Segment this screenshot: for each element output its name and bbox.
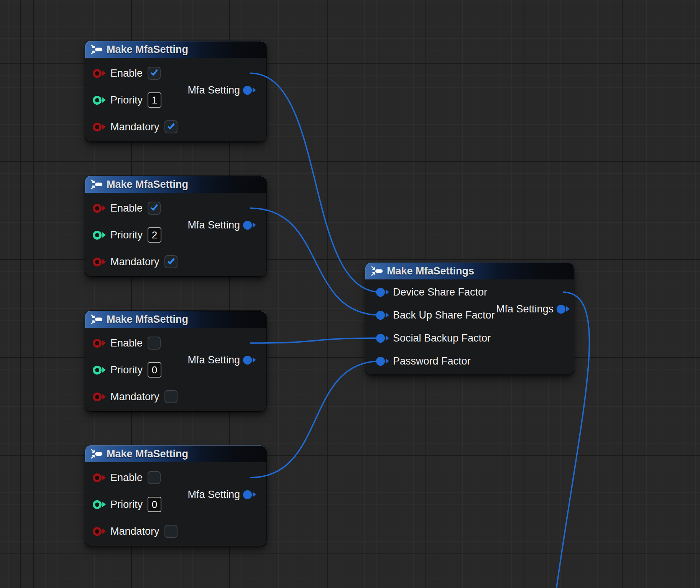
- wire-mfasetting-2-to-back-up-share-factor[interactable]: [250, 208, 381, 315]
- pin-label: Enable: [110, 337, 143, 349]
- wire-mfasetting-1-to-device-share-factor[interactable]: [250, 73, 381, 292]
- output-row: Mfa Setting: [187, 77, 256, 103]
- wire-mfasetting-4-to-password-factor[interactable]: [250, 361, 381, 478]
- node-header[interactable]: Make MfaSetting: [85, 41, 266, 58]
- pin-label: Mandatory: [110, 121, 159, 133]
- priority-value-input[interactable]: 2: [148, 227, 161, 243]
- priority-pin[interactable]: [93, 500, 106, 509]
- pin-label: Device Share Factor: [393, 286, 487, 298]
- output-row: Mfa Setting: [187, 347, 256, 373]
- priority-value-input[interactable]: 1: [148, 92, 161, 108]
- graph-canvas[interactable]: Make MfaSetting Enable Priority 1 Mandat…: [0, 0, 700, 588]
- mfa-setting-output-pin[interactable]: [243, 490, 256, 499]
- back-up-share-factor-pin[interactable]: [376, 311, 389, 320]
- node-title: Make MfaSetting: [107, 314, 188, 325]
- node-title: Make MfaSettings: [387, 265, 474, 277]
- mandatory-checkbox[interactable]: [164, 525, 177, 538]
- output-row: Mfa Settings: [496, 296, 570, 322]
- pin-arrow-icon: [253, 222, 256, 228]
- pin-arrow-icon: [102, 97, 106, 103]
- mandatory-pin[interactable]: [93, 527, 106, 536]
- priority-pin[interactable]: [93, 366, 106, 374]
- pin-label: Password Factor: [393, 355, 471, 367]
- mandatory-pin[interactable]: [93, 258, 106, 266]
- priority-pin[interactable]: [93, 96, 106, 105]
- pin-arrow-icon: [386, 335, 389, 341]
- pin-arrow-icon: [386, 289, 389, 295]
- pin-label: Mfa Setting: [187, 219, 240, 231]
- pin-arrow-icon: [102, 475, 106, 480]
- password-factor-pin[interactable]: [376, 357, 389, 366]
- check-icon: [167, 256, 175, 264]
- priority-pin[interactable]: [93, 231, 106, 240]
- enable-pin[interactable]: [93, 204, 106, 213]
- pin-label: Priority: [110, 364, 143, 376]
- node-header[interactable]: Make MfaSetting: [85, 176, 266, 193]
- check-icon: [167, 122, 175, 130]
- node-make-mfasetting-1[interactable]: Make MfaSetting Enable Priority 1 Mandat…: [85, 41, 266, 141]
- mandatory-checkbox[interactable]: [164, 390, 177, 403]
- node-make-mfasetting-3[interactable]: Make MfaSetting Enable Priority 0 Mandat…: [85, 311, 266, 411]
- pin-label: Mfa Setting: [187, 354, 240, 366]
- input-row: Mandatory: [85, 113, 266, 140]
- mandatory-checkbox[interactable]: [164, 120, 177, 133]
- pin-label: Mandatory: [110, 256, 159, 268]
- pin-arrow-icon: [102, 367, 106, 373]
- pin-arrow-icon: [102, 259, 106, 264]
- node-header[interactable]: Make MfaSetting: [85, 445, 266, 462]
- node-header[interactable]: Make MfaSettings: [365, 263, 574, 279]
- node-title: Make MfaSetting: [107, 44, 188, 56]
- mfa-setting-output-pin[interactable]: [243, 221, 256, 230]
- pin-arrow-icon: [566, 306, 570, 312]
- mfa-setting-output-pin[interactable]: [243, 86, 256, 95]
- pin-arrow-icon: [102, 529, 106, 534]
- node-make-mfasettings[interactable]: Make MfaSettings Device Share Factor Bac…: [365, 263, 574, 374]
- input-row: Mandatory: [85, 248, 266, 275]
- pin-arrow-icon: [102, 394, 106, 399]
- pin-arrow-icon: [102, 205, 106, 211]
- pin-label: Social Backup Factor: [393, 332, 491, 344]
- pin-arrow-icon: [102, 71, 106, 76]
- pin-arrow-icon: [386, 312, 389, 318]
- pin-label: Priority: [110, 94, 143, 106]
- enable-pin[interactable]: [93, 339, 106, 348]
- make-struct-icon: [90, 44, 103, 54]
- pin-label: Mfa Setting: [187, 84, 240, 96]
- enable-pin[interactable]: [93, 69, 106, 78]
- pin-label: Mandatory: [110, 526, 159, 537]
- node-make-mfasetting-2[interactable]: Make MfaSetting Enable Priority 2 Mandat…: [85, 176, 266, 276]
- mandatory-pin[interactable]: [93, 393, 106, 401]
- priority-value-input[interactable]: 0: [148, 497, 161, 512]
- enable-checkbox[interactable]: [148, 202, 161, 215]
- enable-pin[interactable]: [93, 473, 106, 482]
- input-row: Social Backup Factor: [365, 327, 574, 350]
- priority-value-input[interactable]: 0: [148, 362, 161, 378]
- node-header[interactable]: Make MfaSetting: [85, 311, 266, 328]
- node-title: Make MfaSetting: [107, 179, 188, 191]
- output-row: Mfa Setting: [187, 481, 256, 508]
- pin-label: Enable: [110, 202, 143, 214]
- mandatory-pin[interactable]: [93, 123, 106, 131]
- device-share-factor-pin[interactable]: [376, 288, 389, 297]
- pin-arrow-icon: [253, 87, 256, 93]
- pin-label: Back Up Share Factor: [393, 309, 495, 321]
- pin-arrow-icon: [386, 358, 389, 364]
- pin-label: Mfa Setting: [187, 489, 240, 501]
- pin-label: Enable: [110, 472, 143, 484]
- make-struct-icon: [90, 449, 103, 459]
- pin-label: Mandatory: [110, 391, 159, 403]
- mfa-settings-output-pin[interactable]: [557, 305, 570, 314]
- social-backup-factor-pin[interactable]: [376, 334, 389, 343]
- input-row: Mandatory: [85, 383, 266, 410]
- pin-arrow-icon: [102, 232, 106, 238]
- check-icon: [151, 203, 158, 211]
- mfa-setting-output-pin[interactable]: [243, 356, 256, 365]
- enable-checkbox[interactable]: [148, 67, 161, 80]
- node-make-mfasetting-4[interactable]: Make MfaSetting Enable Priority 0 Mandat…: [85, 445, 266, 546]
- wire-mfasetting-3-to-social-backup-factor[interactable]: [250, 338, 381, 343]
- enable-checkbox[interactable]: [148, 471, 161, 484]
- make-struct-icon: [90, 179, 103, 189]
- mandatory-checkbox[interactable]: [164, 255, 177, 268]
- enable-checkbox[interactable]: [148, 337, 161, 350]
- pin-arrow-icon: [102, 502, 106, 507]
